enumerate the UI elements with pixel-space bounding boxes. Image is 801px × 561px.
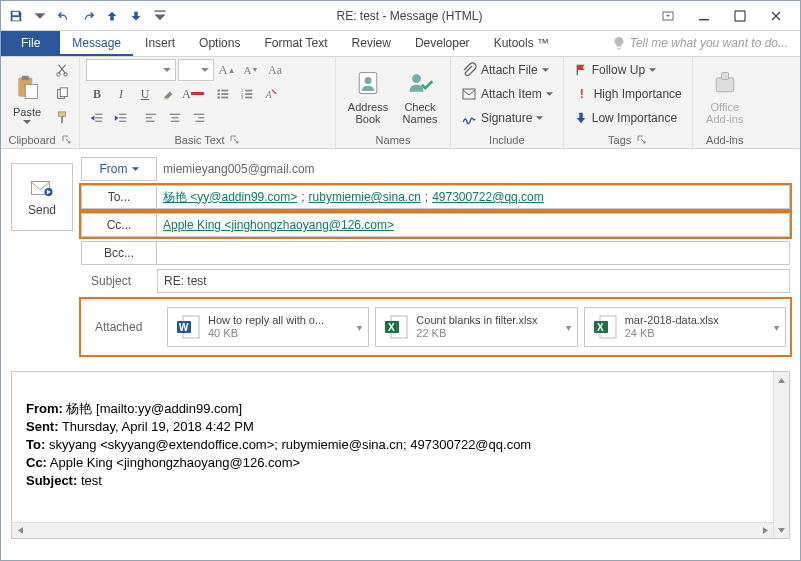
copy-icon[interactable] — [51, 83, 73, 105]
scroll-up-icon[interactable] — [776, 374, 788, 386]
svg-rect-46 — [576, 65, 577, 76]
tab-developer[interactable]: Developer — [403, 31, 482, 56]
to-button[interactable]: To... — [81, 185, 157, 209]
qat-customize-icon[interactable] — [149, 5, 171, 27]
grow-font-icon[interactable]: A▲ — [216, 59, 238, 81]
title-bar: RE: test - Message (HTML) — [1, 1, 800, 31]
tab-format-text[interactable]: Format Text — [252, 31, 339, 56]
follow-up-button[interactable]: Follow Up — [570, 59, 686, 81]
compose-area: Send From miemieyang005@gmail.com To... … — [1, 149, 800, 367]
previous-item-icon[interactable] — [101, 5, 123, 27]
align-left-icon[interactable] — [140, 107, 162, 129]
basic-text-dialog-launcher[interactable] — [230, 135, 240, 145]
underline-icon[interactable]: U — [134, 83, 156, 105]
align-center-icon[interactable] — [164, 107, 186, 129]
attachment-item[interactable]: X Count blanks in filter.xlsx22 KB ▾ — [375, 307, 577, 347]
message-body[interactable]: From: 杨艳 [mailto:yy@addin99.com] Sent: T… — [11, 371, 790, 539]
cc-button[interactable]: Cc... — [81, 213, 157, 237]
svg-rect-36 — [170, 114, 181, 115]
attach-item-button[interactable]: Attach Item — [457, 83, 557, 105]
cc-field[interactable]: Apple King <jinghongzhaoyang@126.com> — [157, 213, 790, 237]
font-family-select[interactable] — [86, 59, 176, 81]
chevron-down-icon[interactable]: ▾ — [357, 322, 362, 333]
svg-point-44 — [412, 74, 421, 83]
recipient-link[interactable]: Apple King <jinghongzhaoyang@126.com> — [163, 218, 394, 232]
bcc-button[interactable]: Bcc... — [81, 241, 157, 265]
svg-rect-31 — [119, 117, 126, 118]
redo-icon[interactable] — [77, 5, 99, 27]
next-item-icon[interactable] — [125, 5, 147, 27]
svg-rect-11 — [59, 112, 66, 116]
tab-insert[interactable]: Insert — [133, 31, 187, 56]
recipient-link[interactable]: rubymiemie@sina.cn — [309, 190, 421, 204]
maximize-icon[interactable] — [726, 5, 754, 27]
clear-formatting-icon[interactable]: A — [260, 83, 282, 105]
italic-icon[interactable]: I — [110, 83, 132, 105]
increase-indent-icon[interactable] — [110, 107, 132, 129]
shrink-font-icon[interactable]: A▼ — [240, 59, 262, 81]
format-painter-icon[interactable] — [51, 107, 73, 129]
tab-message[interactable]: Message — [60, 31, 133, 56]
undo-icon[interactable] — [53, 5, 75, 27]
highlight-icon[interactable] — [158, 83, 180, 105]
tab-kutools[interactable]: Kutools ™ — [482, 31, 561, 56]
ribbon-group-include: Attach File Attach Item Signature Includ… — [451, 57, 564, 148]
vertical-scrollbar[interactable] — [773, 372, 789, 538]
font-size-select[interactable] — [178, 59, 214, 81]
check-names-button[interactable]: Check Names — [396, 59, 444, 125]
save-icon[interactable] — [5, 5, 27, 27]
flag-icon — [574, 63, 588, 77]
tab-options[interactable]: Options — [187, 31, 252, 56]
bullets-icon[interactable] — [212, 83, 234, 105]
office-addins-button[interactable]: Office Add-ins — [699, 59, 751, 125]
to-field[interactable]: 杨艳 <yy@addin99.com>; rubymiemie@sina.cn;… — [157, 185, 790, 209]
qat-dropdown-icon[interactable] — [29, 5, 51, 27]
signature-button[interactable]: Signature — [457, 107, 557, 129]
recipient-link[interactable]: 497300722@qq.com — [432, 190, 544, 204]
align-right-icon[interactable] — [188, 107, 210, 129]
svg-point-43 — [365, 77, 372, 84]
tell-me-search[interactable]: Tell me what you want to do... — [600, 31, 800, 56]
svg-rect-17 — [221, 93, 228, 95]
svg-text:X: X — [597, 322, 604, 333]
attachment-item[interactable]: X mar-2018-data.xlsx24 KB ▾ — [584, 307, 786, 347]
address-book-button[interactable]: Address Book — [342, 59, 394, 125]
close-icon[interactable] — [762, 5, 790, 27]
svg-rect-12 — [61, 116, 63, 123]
bold-icon[interactable]: B — [86, 83, 108, 105]
change-case-icon[interactable]: Aa — [264, 59, 286, 81]
low-importance-button[interactable]: Low Importance — [570, 107, 686, 129]
svg-text:3: 3 — [241, 95, 244, 100]
scroll-down-icon[interactable] — [776, 524, 788, 536]
svg-rect-34 — [146, 117, 152, 118]
horizontal-scrollbar[interactable] — [12, 522, 773, 538]
minimize-icon[interactable] — [690, 5, 718, 27]
svg-rect-30 — [119, 114, 126, 115]
chevron-down-icon[interactable]: ▾ — [566, 322, 571, 333]
svg-rect-32 — [119, 121, 126, 122]
high-importance-button[interactable]: !High Importance — [570, 83, 686, 105]
numbering-icon[interactable]: 123 — [236, 83, 258, 105]
font-color-icon[interactable]: A — [182, 83, 204, 105]
chevron-down-icon — [546, 92, 553, 97]
attachment-item[interactable]: W How to reply all with o...40 KB ▾ — [167, 307, 369, 347]
chevron-down-icon[interactable]: ▾ — [774, 322, 779, 333]
ribbon-group-addins: Office Add-ins Add-ins — [693, 57, 757, 148]
attach-file-button[interactable]: Attach File — [457, 59, 557, 81]
bcc-field[interactable] — [157, 241, 790, 265]
cut-icon[interactable] — [51, 59, 73, 81]
scroll-left-icon[interactable] — [14, 525, 26, 537]
tags-dialog-launcher[interactable] — [637, 135, 647, 145]
svg-rect-35 — [146, 121, 155, 122]
clipboard-dialog-launcher[interactable] — [62, 135, 72, 145]
recipient-link[interactable]: 杨艳 <yy@addin99.com> — [163, 189, 297, 206]
paste-button[interactable]: Paste — [7, 59, 47, 125]
decrease-indent-icon[interactable] — [86, 107, 108, 129]
tab-file[interactable]: File — [1, 31, 60, 56]
send-button[interactable]: Send — [11, 163, 73, 231]
ribbon-display-options-icon[interactable] — [654, 5, 682, 27]
tab-review[interactable]: Review — [340, 31, 403, 56]
subject-field[interactable]: RE: test — [157, 269, 790, 293]
scroll-right-icon[interactable] — [759, 525, 771, 537]
from-button[interactable]: From — [81, 157, 157, 181]
